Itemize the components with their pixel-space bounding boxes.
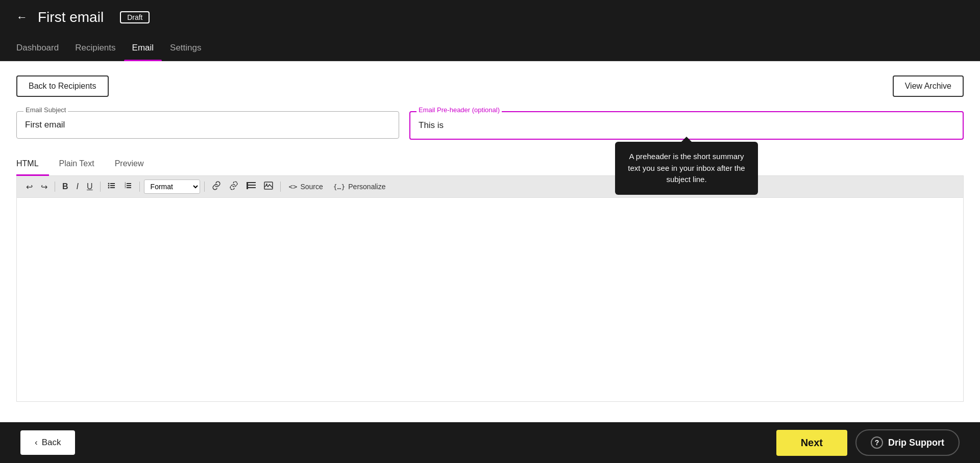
email-preheader-input[interactable]	[409, 111, 964, 140]
undo-icon	[26, 182, 33, 192]
svg-point-4	[108, 185, 109, 187]
drip-support-label: Drip Support	[888, 438, 944, 448]
unlink-button[interactable]	[226, 179, 241, 194]
tab-recipients[interactable]: Recipients	[67, 35, 124, 61]
italic-button[interactable]	[74, 180, 82, 193]
format-select[interactable]: Format	[144, 179, 200, 194]
svg-rect-15	[247, 182, 248, 189]
underline-icon	[87, 182, 93, 191]
toolbar-separator-4	[204, 182, 205, 192]
action-bar: Back to Recipients View Archive	[16, 75, 964, 97]
tab-settings[interactable]: Settings	[162, 35, 209, 61]
header-back-icon[interactable]: ←	[16, 11, 28, 24]
draft-badge: Draft	[120, 11, 150, 23]
preheader-tooltip: A preheader is the short summary text yo…	[615, 142, 758, 195]
link-icon	[212, 181, 221, 192]
email-subject-input[interactable]	[16, 111, 399, 139]
svg-rect-7	[127, 185, 131, 186]
back-to-recipients-button[interactable]: Back to Recipients	[16, 75, 109, 97]
toolbar-separator-2	[100, 182, 101, 192]
form-fields-row: Email Subject Email Pre-header (optional…	[16, 111, 964, 140]
editor-tab-plain-text[interactable]: Plain Text	[49, 154, 105, 176]
unlink-icon	[229, 181, 238, 192]
back-button[interactable]: ‹ Back	[20, 430, 75, 455]
tab-email[interactable]: Email	[124, 35, 162, 61]
svg-point-17	[266, 184, 267, 185]
drip-support-button[interactable]: ? Drip Support	[855, 429, 960, 456]
editor-toolbar: 123 Format <>	[16, 176, 964, 198]
personalize-button[interactable]: {…} Personalize	[329, 181, 390, 193]
unordered-list-button[interactable]	[105, 179, 119, 194]
source-label: Source	[300, 183, 323, 191]
image-icon	[264, 182, 273, 192]
svg-rect-8	[127, 187, 131, 188]
bottom-right-group: Next ? Drip Support	[776, 429, 960, 456]
svg-rect-0	[110, 183, 115, 184]
blockquote-button[interactable]	[243, 180, 259, 193]
toolbar-separator-3	[139, 182, 140, 192]
personalize-label: Personalize	[348, 183, 385, 191]
email-subject-group: Email Subject	[16, 111, 399, 140]
blockquote-icon	[247, 182, 256, 191]
ol-icon: 123	[124, 182, 132, 192]
toolbar-separator-5	[280, 182, 281, 192]
nav-tabs: Dashboard Recipients Email Settings	[0, 35, 980, 61]
bold-button[interactable]	[59, 180, 71, 193]
toolbar-separator-1	[55, 182, 55, 192]
link-button[interactable]	[209, 179, 224, 194]
support-question-icon: ?	[871, 436, 883, 449]
page-title: First email	[38, 9, 104, 25]
source-button[interactable]: <> Source	[285, 181, 327, 193]
image-button[interactable]	[261, 179, 276, 194]
back-label: Back	[42, 438, 61, 448]
email-preheader-group: Email Pre-header (optional) A preheader …	[409, 111, 964, 140]
next-button[interactable]: Next	[776, 430, 847, 456]
ul-icon	[108, 182, 116, 192]
editor-body[interactable]	[16, 198, 964, 402]
underline-button[interactable]	[84, 180, 96, 193]
bold-icon	[62, 182, 68, 191]
main-content: Back to Recipients View Archive Email Su…	[0, 61, 980, 449]
email-subject-label: Email Subject	[23, 106, 68, 114]
editor-tab-preview[interactable]: Preview	[105, 154, 154, 176]
svg-rect-2	[110, 187, 115, 188]
svg-text:3: 3	[125, 186, 126, 189]
view-archive-button[interactable]: View Archive	[893, 75, 964, 97]
svg-point-5	[108, 187, 109, 189]
redo-icon	[41, 182, 47, 192]
back-chevron-icon: ‹	[35, 438, 38, 448]
source-code-icon: <>	[289, 183, 298, 191]
italic-icon	[77, 182, 79, 191]
tab-dashboard[interactable]: Dashboard	[16, 35, 67, 61]
redo-button[interactable]	[38, 180, 51, 194]
email-preheader-label: Email Pre-header (optional)	[416, 106, 502, 114]
undo-button[interactable]	[23, 180, 36, 194]
personalize-icon: {…}	[333, 183, 345, 191]
editor-tab-html[interactable]: HTML	[16, 154, 49, 176]
svg-rect-6	[127, 183, 131, 184]
svg-rect-1	[110, 185, 115, 186]
editor-tabs: HTML Plain Text Preview	[16, 154, 964, 176]
top-header: ← First email Draft	[0, 0, 980, 35]
bottom-bar: ‹ Back Next ? Drip Support	[0, 422, 980, 463]
ordered-list-button[interactable]: 123	[121, 179, 135, 194]
svg-point-3	[108, 183, 109, 185]
